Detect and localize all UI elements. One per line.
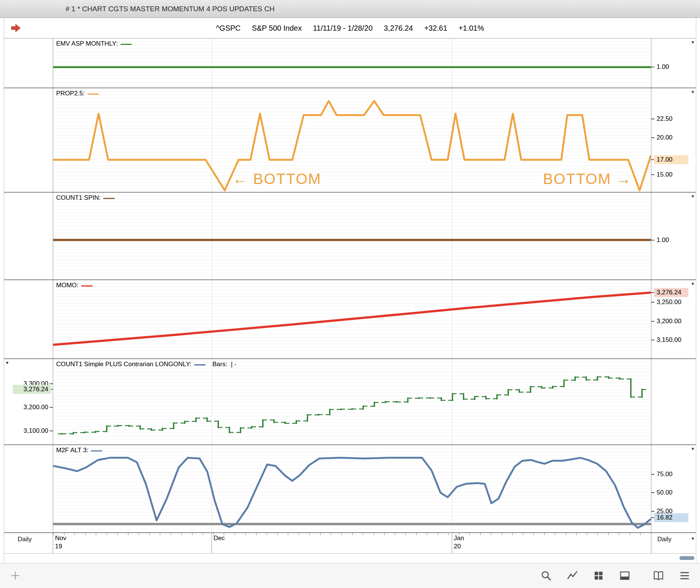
time-minor-tick	[544, 533, 545, 535]
chart-line-button[interactable]	[566, 569, 579, 582]
momo-right-axis[interactable]: ▾ 3,276.243,250.003,200.003,150.00	[651, 280, 696, 358]
time-minor-tick	[96, 533, 96, 535]
grid-icon	[593, 570, 604, 581]
time-minor-tick	[416, 533, 417, 535]
series-color-swatch	[121, 44, 132, 45]
m2f-plot-area[interactable]: M2F ALT 3:	[53, 445, 651, 532]
time-axis-month-label: Dec	[213, 534, 225, 542]
panel-label-text: COUNT1 Simple PLUS Contrarian LONGONLY:	[56, 361, 192, 368]
panel-count1-spin: COUNT1 SPIN: ▾ 1.00	[4, 193, 696, 280]
time-minor-tick	[384, 533, 384, 535]
panel-menu-triangle-icon[interactable]: ▾	[691, 89, 694, 94]
time-minor-tick	[160, 533, 160, 535]
axis-label: 22.50	[654, 114, 675, 123]
interval-menu-triangle-icon[interactable]: ▾	[691, 536, 694, 541]
prop25-right-axis[interactable]: ▾ 22.5020.0017.0015.00	[651, 88, 696, 192]
time-axis-month-label: Jan20	[454, 534, 464, 551]
panel-count1-simple: ▾ 3,300.003,276.243,200.003,100.00 COUNT…	[4, 359, 696, 445]
chart-line-icon	[567, 570, 578, 581]
time-minor-tick	[288, 533, 288, 535]
scroll-strip	[4, 554, 696, 563]
bars-style-glyph[interactable]: |-	[230, 361, 237, 368]
interval-label-right[interactable]: Daily	[657, 536, 672, 543]
momo-plot-area[interactable]: MOMO:	[53, 280, 651, 358]
time-minor-tick	[203, 533, 203, 535]
time-minor-tick	[512, 533, 512, 535]
panel-label-text: EMV ASP MONTHLY:	[56, 40, 118, 48]
spin-right-axis[interactable]: ▾ 1.00	[651, 193, 696, 279]
series-color-swatch	[81, 285, 92, 287]
series-color-swatch	[91, 450, 102, 451]
layout-button[interactable]	[618, 569, 631, 582]
time-minor-tick	[53, 533, 54, 535]
time-minor-tick	[309, 533, 310, 535]
time-minor-tick	[405, 533, 406, 535]
bottom-toolbar	[0, 563, 700, 588]
time-minor-tick	[374, 533, 374, 535]
add-button[interactable]	[9, 569, 22, 582]
count1-simple-plot-area[interactable]: COUNT1 Simple PLUS Contrarian LONGONLY: …	[53, 359, 651, 444]
search-button[interactable]	[540, 569, 553, 582]
m2f-right-axis[interactable]: ▾ 75.0050.0025.0016.82	[651, 445, 696, 532]
time-minor-tick	[533, 533, 534, 535]
emv-right-axis[interactable]: ▾ 1.00	[651, 39, 696, 88]
series-color-swatch	[88, 94, 99, 95]
time-axis-month-label: Nov19	[55, 534, 66, 551]
panel-momo: MOMO: ▾ 3,276.243,250.003,200.003,150.00	[4, 280, 696, 359]
panel-menu-triangle-icon[interactable]: ▾	[691, 446, 694, 451]
quote-strip: ^GSPC S&P 500 Index 11/11/19 - 1/28/20 3…	[216, 24, 484, 33]
panel-prop25: PROP2.5: ← BOTTOM BOTTOM → ▾ 22.5020.001…	[4, 88, 696, 193]
axis-label: 20.00	[654, 133, 675, 142]
count1-spin-plot-area[interactable]: COUNT1 SPIN:	[53, 193, 651, 279]
time-scale[interactable]: Nov19DecJan20	[53, 533, 651, 553]
time-minor-tick	[630, 533, 630, 535]
grid-view-button[interactable]	[592, 569, 605, 582]
panel-emv-asp-monthly: EMV ASP MONTHLY: ▾ 1.00	[4, 39, 696, 88]
panel-menu-triangle-icon[interactable]: ▾	[6, 360, 9, 365]
price-change-pct: +1.01%	[459, 24, 484, 33]
price-change: +32.61	[424, 24, 447, 33]
panel-m2f-left-gutter	[4, 445, 53, 532]
panel-label-text: MOMO:	[56, 282, 79, 289]
emv-plot-area[interactable]: EMV ASP MONTHLY:	[53, 39, 651, 88]
count1-left-axis[interactable]: ▾ 3,300.003,276.243,200.003,100.00	[4, 359, 53, 444]
bookmarks-button[interactable]	[652, 569, 665, 582]
menu-button[interactable]	[678, 569, 691, 582]
axis-label: 3,276.24	[13, 385, 51, 394]
date-range: 11/11/19 - 1/28/20	[313, 24, 372, 33]
prop25-plot-area[interactable]: PROP2.5: ← BOTTOM BOTTOM →	[53, 88, 651, 192]
panel-menu-triangle-icon[interactable]: ▾	[691, 40, 694, 45]
time-minor-tick	[523, 533, 523, 535]
panel-menu-triangle-icon[interactable]: ▾	[691, 194, 694, 199]
panel-label-m2f: M2F ALT 3:	[56, 447, 102, 454]
alert-arrow-button[interactable]	[9, 22, 22, 34]
time-minor-tick	[480, 533, 481, 535]
time-minor-tick	[448, 533, 448, 535]
symbol: ^GSPC	[216, 24, 241, 33]
time-minor-tick	[502, 533, 502, 535]
axis-label: 17.00	[654, 155, 688, 164]
panel-label-momo: MOMO:	[56, 282, 92, 289]
panel-label-text: M2F ALT 3:	[56, 447, 88, 454]
time-minor-tick	[267, 533, 267, 535]
interval-label-left[interactable]: Daily	[18, 536, 32, 543]
time-minor-tick	[619, 533, 619, 535]
search-icon	[541, 570, 552, 581]
time-minor-tick	[299, 533, 299, 535]
time-minor-tick	[277, 533, 278, 535]
month-separator	[211, 533, 212, 553]
count1-right-axis	[651, 359, 696, 444]
scrollbar-thumb[interactable]	[679, 556, 694, 560]
time-minor-tick	[331, 533, 331, 535]
time-minor-tick	[85, 533, 86, 535]
series-color-swatch	[194, 364, 206, 365]
time-axis: Daily Nov19DecJan20 Daily ▾	[4, 533, 696, 554]
time-minor-tick	[320, 533, 320, 535]
window-title: # 1 * CHART CGTS MASTER MOMENTUM 4 POS U…	[66, 5, 274, 13]
time-minor-tick	[491, 533, 491, 535]
time-minor-tick	[192, 533, 192, 535]
panel-menu-triangle-icon[interactable]: ▾	[691, 281, 694, 286]
month-separator	[452, 533, 452, 553]
last-price: 3,276.24	[384, 24, 413, 33]
time-minor-tick	[128, 533, 128, 535]
